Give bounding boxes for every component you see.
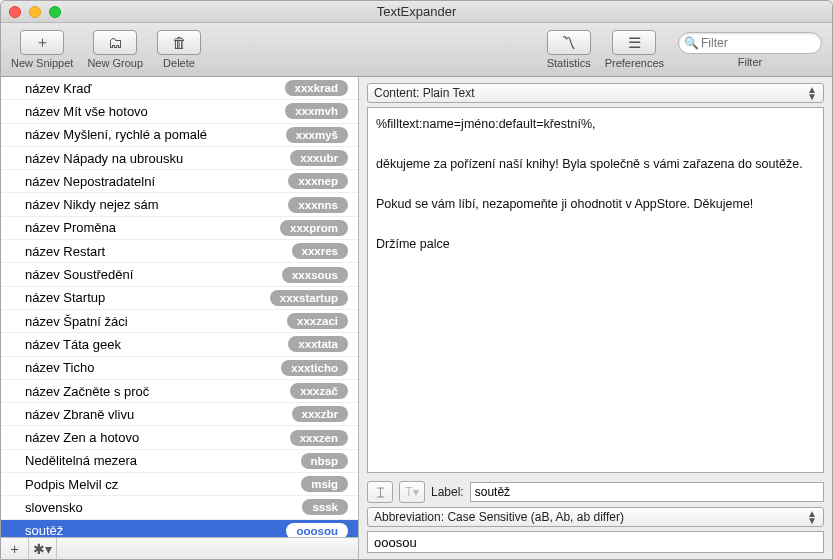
snippet-row[interactable]: slovenskosssk (1, 496, 358, 519)
snippet-abbreviation-pill: xxxkrad (285, 80, 348, 96)
snippet-row[interactable]: Podpis Melvil czmsig (1, 473, 358, 496)
snippet-name: název Špatní žáci (25, 314, 128, 329)
snippet-abbreviation-pill: xxxzaci (287, 313, 348, 329)
gear-menu-button[interactable]: ✱▾ (29, 538, 57, 559)
snippet-row[interactable]: název Začněte s pročxxxzač (1, 380, 358, 403)
add-button[interactable]: + (1, 538, 29, 559)
zoom-window-button[interactable] (49, 6, 61, 18)
filter-input[interactable] (678, 32, 822, 54)
new-group-button[interactable]: 🗂 New Group (87, 30, 143, 69)
content-type-label: Content: Plain Text (374, 86, 475, 100)
snippet-name: název Nápady na ubrousku (25, 151, 183, 166)
snippet-name: název Soustředění (25, 267, 133, 282)
snippet-row[interactable]: název Nikdy nejez sámxxxnns (1, 193, 358, 216)
snippet-abbreviation-pill: msig (301, 476, 348, 492)
snippet-name: název Zen a hotovo (25, 430, 139, 445)
snippet-name: název Myšlení, rychlé a pomalé (25, 127, 207, 142)
format-menu-button[interactable]: T▾ (399, 481, 425, 503)
close-window-button[interactable] (9, 6, 21, 18)
delete-button[interactable]: 🗑 Delete (157, 30, 201, 69)
dropdown-arrows-icon: ▲▼ (807, 510, 817, 524)
new-snippet-label: New Snippet (11, 57, 73, 69)
snippet-name: slovensko (25, 500, 83, 515)
snippet-list[interactable]: název Kraďxxxkradnázev Mít vše hotovoxxx… (1, 77, 358, 537)
search-icon: 🔍 (684, 36, 699, 50)
delete-label: Delete (163, 57, 195, 69)
insert-cursor-button[interactable]: ⌶ (367, 481, 393, 503)
detail-pane: Content: Plain Text ▲▼ %filltext:name=jm… (359, 77, 832, 559)
snippet-abbreviation-pill: xxxres (292, 243, 348, 259)
snippet-row[interactable]: název Špatní žácixxxzaci (1, 310, 358, 333)
content-type-select[interactable]: Content: Plain Text ▲▼ (367, 83, 824, 103)
snippet-row[interactable]: název Startupxxxstartup (1, 287, 358, 310)
main-split: název Kraďxxxkradnázev Mít vše hotovoxxx… (1, 77, 832, 559)
label-input[interactable] (470, 482, 824, 502)
snippet-row[interactable]: název Zbraně vlivuxxxzbr (1, 403, 358, 426)
filter-label: Filter (738, 56, 762, 68)
snippet-name: název Nikdy nejez sám (25, 197, 159, 212)
new-snippet-button[interactable]: ＋ New Snippet (11, 30, 73, 69)
snippet-abbreviation-pill: sssk (302, 499, 348, 515)
snippet-list-pane: název Kraďxxxkradnázev Mít vše hotovoxxx… (1, 77, 359, 559)
snippet-name: název Táta geek (25, 337, 121, 352)
window-controls (1, 6, 61, 18)
preferences-button[interactable]: ☰ Preferences (605, 30, 664, 69)
snippet-name: název Nepostradatelní (25, 174, 155, 189)
snippet-abbreviation-pill: xxxtata (288, 336, 348, 352)
window-title: TextExpander (1, 4, 832, 19)
snippet-row[interactable]: název Nepostradatelníxxxnep (1, 170, 358, 193)
snippet-abbreviation-pill: xxxstartup (270, 290, 348, 306)
snippet-abbreviation-pill: ooosou (286, 523, 348, 537)
snippet-abbreviation-pill: xxxzen (290, 430, 348, 446)
snippet-row[interactable]: název Nápady na ubrouskuxxxubr (1, 147, 358, 170)
snippet-name: název Kraď (25, 81, 92, 96)
abbreviation-mode-label: Abbreviation: Case Sensitive (aB, Ab, ab… (374, 510, 624, 524)
snippet-name: Podpis Melvil cz (25, 477, 118, 492)
statistics-label: Statistics (547, 57, 591, 69)
snippet-abbreviation-pill: xxxnns (288, 197, 348, 213)
snippet-abbreviation-pill: xxxmvh (285, 103, 348, 119)
snippet-abbreviation-pill: xxxprom (280, 220, 348, 236)
abbreviation-mode-select[interactable]: Abbreviation: Case Sensitive (aB, Ab, ab… (367, 507, 824, 527)
abbreviation-input[interactable] (367, 531, 824, 553)
plus-icon: ＋ (35, 33, 50, 52)
snippet-row[interactable]: název Táta geekxxxtata (1, 333, 358, 356)
preferences-label: Preferences (605, 57, 664, 69)
snippet-name: název Začněte s proč (25, 384, 149, 399)
snippet-abbreviation-pill: xxxsous (282, 267, 348, 283)
snippet-abbreviation-pill: xxxzbr (292, 406, 348, 422)
snippet-name: název Restart (25, 244, 105, 259)
snippet-row[interactable]: název Proměnaxxxprom (1, 217, 358, 240)
snippet-abbreviation-pill: xxxzač (290, 383, 348, 399)
dropdown-arrows-icon: ▲▼ (807, 86, 817, 100)
snippet-row[interactable]: název Zen a hotovoxxxzen (1, 426, 358, 449)
snippet-abbreviation-pill: nbsp (301, 453, 348, 469)
snippet-abbreviation-pill: xxxmyš (286, 127, 348, 143)
titlebar: TextExpander (1, 1, 832, 23)
label-caption: Label: (431, 485, 464, 499)
snippet-row[interactable]: název Mít vše hotovoxxxmvh (1, 100, 358, 123)
snippet-row[interactable]: název Tichoxxxticho (1, 357, 358, 380)
snippet-name: Nedělitelná mezera (25, 453, 137, 468)
snippet-row[interactable]: název Kraďxxxkrad (1, 77, 358, 100)
snippet-row[interactable]: Nedělitelná mezeranbsp (1, 450, 358, 473)
new-group-label: New Group (87, 57, 143, 69)
snippet-row[interactable]: název Restartxxxres (1, 240, 358, 263)
snippet-row[interactable]: název Myšlení, rychlé a pomaléxxxmyš (1, 124, 358, 147)
snippet-name: název Zbraně vlivu (25, 407, 134, 422)
snippet-content-textarea[interactable]: %filltext:name=jméno:default=křestní%, d… (367, 107, 824, 473)
snippet-name: soutěž (25, 523, 63, 537)
snippet-name: název Mít vše hotovo (25, 104, 148, 119)
trash-icon: 🗑 (172, 34, 187, 51)
snippet-row[interactable]: název Soustředěníxxxsous (1, 263, 358, 286)
minimize-window-button[interactable] (29, 6, 41, 18)
statistics-button[interactable]: 〽 Statistics (547, 30, 591, 69)
snippet-abbreviation-pill: xxxnep (288, 173, 348, 189)
folder-icon: 🗂 (108, 34, 123, 51)
list-footer: + ✱▾ (1, 537, 358, 559)
stats-icon: 〽 (561, 34, 576, 51)
snippet-name: název Proměna (25, 220, 116, 235)
snippet-abbreviation-pill: xxxubr (290, 150, 348, 166)
snippet-abbreviation-pill: xxxticho (281, 360, 348, 376)
snippet-row[interactable]: soutěžooosou (1, 520, 358, 537)
